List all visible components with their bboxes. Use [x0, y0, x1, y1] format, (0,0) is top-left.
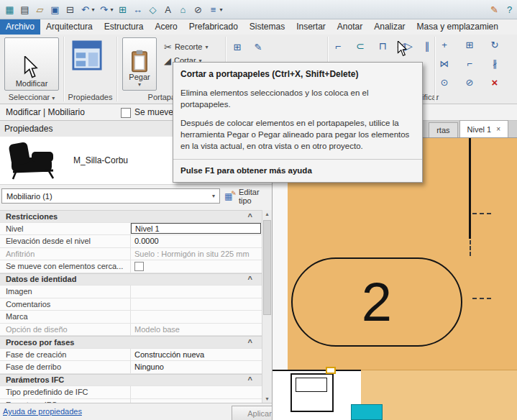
- customize-caret-icon[interactable]: ▾: [218, 1, 224, 17]
- property-row[interactable]: Elevación desde el nivel 0.0000 ^: [0, 235, 262, 248]
- tag-icon[interactable]: ◇: [145, 1, 160, 17]
- property-row[interactable]: Comentarios ^: [0, 298, 262, 311]
- property-row[interactable]: Restricciones ^: [0, 210, 262, 223]
- cut-icon: ◢: [164, 55, 171, 66]
- new-sheet-icon[interactable]: ▤: [17, 1, 32, 17]
- section-icon[interactable]: ⊘: [191, 1, 206, 17]
- delete-icon[interactable]: ×: [488, 76, 502, 88]
- redo-caret-icon[interactable]: ▾: [109, 1, 115, 17]
- property-row[interactable]: Imagen ^: [0, 286, 262, 298]
- property-row[interactable]: Proceso por fases ^: [0, 336, 262, 349]
- tab-sistemas[interactable]: Sistemas: [244, 19, 290, 35]
- move-with-nearby-checkbox[interactable]: [121, 108, 131, 118]
- split-icon[interactable]: ∦: [488, 57, 502, 70]
- properties-palette-button[interactable]: [72, 40, 102, 72]
- print-icon[interactable]: ⊟: [63, 1, 78, 17]
- property-row[interactable]: Fase de derribo Ninguno ^: [0, 361, 262, 374]
- tab-masa-y-emplazamiento[interactable]: Masa y emplazamien: [411, 19, 504, 35]
- property-row[interactable]: Fase de creación Construcción nueva ^: [0, 349, 262, 362]
- pin-icon[interactable]: ⊙: [437, 76, 452, 88]
- view-tab-partial[interactable]: rtas ×: [429, 122, 457, 137]
- copy-icon[interactable]: ⊞: [462, 38, 477, 51]
- property-row[interactable]: Datos de identidad ^: [0, 273, 262, 286]
- tab-acero[interactable]: Acero: [149, 19, 183, 35]
- panel-divider: [434, 37, 436, 101]
- scrollbar-thumb[interactable]: [263, 220, 271, 315]
- properties-help-link[interactable]: Ayuda de propiedades: [3, 407, 82, 416]
- selected-element[interactable]: [351, 404, 383, 420]
- close-tab-icon[interactable]: ×: [496, 125, 500, 133]
- collapse-chevron-icon[interactable]: ^: [248, 212, 262, 221]
- property-row[interactable]: Tipo predefinido de IFC ^: [0, 386, 262, 399]
- reference-dash-vertical: [470, 240, 471, 256]
- room-tag-boundary[interactable]: 2: [291, 257, 462, 347]
- modify-button[interactable]: Modificar: [4, 37, 59, 91]
- collapse-chevron-icon[interactable]: ^: [248, 375, 262, 384]
- cut-geometry-icon[interactable]: ⊂: [353, 40, 367, 52]
- checkbox[interactable]: [134, 262, 144, 271]
- tab-archivo[interactable]: Archivo: [0, 19, 40, 35]
- tab-arquitectura[interactable]: Arquitectura: [40, 19, 99, 35]
- highlighted-element[interactable]: [326, 367, 336, 374]
- tab-anotar[interactable]: Anotar: [331, 19, 368, 35]
- open-icon[interactable]: ▱: [32, 1, 47, 17]
- copy-to-clipboard-icon[interactable]: ⊞: [230, 40, 244, 53]
- tooltip-divider: [173, 159, 422, 160]
- text-icon[interactable]: A: [160, 1, 175, 17]
- edit-type-button[interactable]: ▦ ✎ Editar tipo: [224, 188, 270, 204]
- cope-icon[interactable]: ⌐: [331, 40, 345, 52]
- help-icon[interactable]: ?: [502, 1, 517, 17]
- floor-region-light[interactable]: [359, 370, 517, 420]
- property-row[interactable]: Anfitrión Suelo : Hormigón in situ 225 m…: [0, 248, 262, 261]
- tab-analizar[interactable]: Analizar: [368, 19, 411, 35]
- tooltip-body: Elimina elementos seleccionados y los co…: [180, 87, 415, 110]
- trim-icon[interactable]: ⌐: [462, 57, 477, 70]
- properties-panel-label[interactable]: Propiedades: [64, 93, 116, 101]
- recorte-button[interactable]: ✂ Recorte ▾: [164, 41, 208, 52]
- ribbon-tab-bar: ArchivoArquitecturaEstructuraAceroPrefab…: [0, 19, 517, 35]
- furniture-outline[interactable]: [290, 373, 334, 412]
- match-type-icon[interactable]: ✎: [251, 40, 265, 53]
- app-grid-icon[interactable]: ▦: [2, 1, 17, 17]
- tab-prefabricado[interactable]: Prefabricado: [183, 19, 244, 35]
- properties-scrollbar[interactable]: ▴ ▾: [262, 210, 272, 403]
- tooltip-cortar: Cortar a portapapeles (Ctrl+X, Shift+Del…: [173, 62, 423, 183]
- mirror-project-icon[interactable]: ⋈: [437, 57, 452, 70]
- property-row[interactable]: Opción de diseño Modelo base ^: [0, 324, 262, 337]
- modify-tools: +⊞↻⋈⌐∦⊙⊘×: [437, 38, 513, 88]
- property-row[interactable]: Nivel Nivel 1 ^: [0, 223, 262, 236]
- scroll-down-icon[interactable]: ▾: [262, 396, 272, 402]
- qat-spacer[interactable]: [224, 1, 487, 17]
- property-row[interactable]: Se mueve con elementos cerca... ^: [0, 260, 262, 273]
- property-row[interactable]: Parámetros IFC ^: [0, 374, 262, 387]
- aligned-dimension-icon[interactable]: ↔: [130, 1, 145, 17]
- collapse-chevron-icon[interactable]: ^: [248, 338, 262, 347]
- properties-icon: [72, 40, 102, 70]
- paste-button[interactable]: Pegar ▾: [122, 37, 157, 91]
- select-panel-label[interactable]: Seleccionar ▾: [0, 93, 63, 101]
- save-icon[interactable]: ▣: [47, 1, 63, 17]
- unpin-icon[interactable]: ⊘: [462, 76, 477, 88]
- chevron-down-icon: ▾: [212, 193, 215, 199]
- family-type-name: M_Silla-Corbu: [73, 155, 128, 165]
- collapse-chevron-icon[interactable]: ^: [248, 275, 262, 283]
- pencil-icon[interactable]: ✎: [487, 1, 502, 17]
- wall-line[interactable]: [469, 138, 471, 239]
- clipboard-mini-tools: ⊞✎: [230, 40, 265, 53]
- property-row[interactable]: Marca ^: [0, 311, 262, 324]
- type-selector[interactable]: Mobiliario (1) ▾: [1, 188, 220, 204]
- tab-estructura[interactable]: Estructura: [99, 19, 150, 35]
- furniture-detail: [296, 378, 327, 392]
- undo-caret-icon[interactable]: ▾: [90, 1, 96, 17]
- apply-button[interactable]: Aplicar: [232, 406, 273, 420]
- default-3d-view-icon[interactable]: ⌂: [175, 1, 191, 17]
- offset-icon[interactable]: ∥: [420, 40, 434, 52]
- scroll-up-icon[interactable]: ▴: [262, 211, 272, 217]
- move-icon[interactable]: +: [437, 38, 452, 51]
- join-icon[interactable]: ⊓: [375, 40, 390, 52]
- view-tab-nivel-1[interactable]: Nivel 1 ×: [459, 120, 508, 137]
- rotate-icon[interactable]: ↻: [488, 38, 502, 51]
- tab-insertar[interactable]: Insertar: [290, 19, 331, 35]
- context-label: Modificar | Mobiliario: [6, 107, 85, 117]
- measure-icon[interactable]: ⊞: [115, 1, 130, 17]
